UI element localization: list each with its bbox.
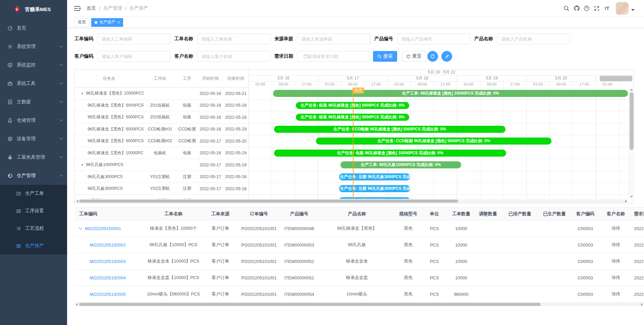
table-row[interactable]: MO202205150003 移液盒盒体【10000】PCS客户订单 PO202… — [74, 253, 644, 270]
workorder-name-input[interactable] — [197, 34, 270, 44]
sidebar-item-production[interactable]: 生产管理 — [0, 166, 67, 185]
gantt-hour: 17:00 — [573, 82, 596, 88]
source-doc-input[interactable] — [297, 34, 370, 44]
workorder-link[interactable]: MO202205150001 — [85, 226, 121, 231]
gantt-bar-workorder[interactable]: 生产工单: 96孔孔板10000PCS 完成比例: 0% — [340, 161, 461, 168]
customer-name-input[interactable] — [197, 51, 270, 62]
workorder-code-input[interactable] — [97, 34, 170, 44]
gantt-task-row[interactable]: 96孔孔板3000PCS Y03注塑机 注塑 2022-05-17 2022-0… — [75, 195, 249, 199]
sidebar-item-system-monitor[interactable]: 系统监控 — [0, 56, 67, 74]
sidebar-item-home[interactable]: 首页 — [0, 19, 67, 37]
scroll-right-icon[interactable] — [641, 303, 643, 306]
search-icon[interactable] — [561, 3, 572, 13]
table-hscroll-thumb[interactable] — [79, 303, 541, 306]
breadcrumb-home[interactable]: 首页 — [87, 5, 96, 11]
product-code-input[interactable] — [397, 34, 470, 44]
gantt-task-row[interactable]: 96孔移液盒【黑色】5000PCS CCD检测#02 CCD检测 2022-05… — [75, 135, 249, 147]
sidebar-item-production-scheduling[interactable]: 生产排产 — [0, 237, 67, 255]
edit-circle-button[interactable] — [441, 51, 452, 62]
close-icon[interactable]: × — [117, 20, 120, 24]
gantt-task-row[interactable]: 96孔孔板3000PCS Y02注塑机 注塑 2022-05-17 2022-0… — [75, 183, 249, 195]
sidebar-item-system-tools[interactable]: 系统工具 — [0, 74, 67, 93]
monitor-icon — [7, 62, 13, 68]
gantt-task-row[interactable]: ▼96孔移液盒【黑色】10000PCS 2022-05-16 2022-05-2… — [75, 88, 249, 100]
table-row[interactable]: MO202205150001 移液盒【黑色】10000个客户订单 PO20220… — [74, 220, 644, 237]
table-horizontal-scrollbar[interactable] — [74, 303, 644, 306]
sidebar-collapse-icon[interactable] — [74, 6, 80, 11]
brand[interactable]: 苦糖果MES — [0, 0, 67, 19]
search-button[interactable]: 搜索 — [373, 51, 397, 62]
scroll-up-icon[interactable] — [630, 89, 633, 91]
avatar-caret-icon[interactable] — [631, 9, 635, 11]
gantt-vertical-scrollbar[interactable] — [629, 88, 634, 199]
row-expand-icon[interactable] — [78, 226, 82, 229]
customer-code-input[interactable] — [97, 51, 170, 62]
sidebar-item-process-flow[interactable]: 工艺流程 — [0, 220, 67, 237]
gantt-task-row[interactable]: 96孔移液盒【黑色】5000PCS Z01组装机 组装 2022-05-16 2… — [75, 100, 249, 112]
gantt-bar-task-selected[interactable]: 生产任务: 注塑 96孔孔板3000PCS 完成比例: 0% — [339, 173, 410, 180]
gantt-bar-row: 生产任务: CCD检测 96孔移液盒 [黑色] 5000PCS 完成比例: 0% — [249, 135, 629, 147]
expand-triangle-icon[interactable]: ▼ — [81, 163, 84, 167]
sidebar-item-system-admin[interactable]: 系统管理 — [0, 37, 67, 56]
gantt-bar-task[interactable]: 生产任务: 组装 96孔移液盒 [黑色] 5000PCS 完成比例: 0% — [296, 114, 409, 121]
workorder-link[interactable]: MO202205150003 — [79, 259, 126, 264]
refresh-circle-button[interactable] — [427, 51, 438, 62]
gantt-task-row[interactable]: 96孔移液盒【黑色】5000PCS CCD检测#01 CCD检测 2022-05… — [75, 123, 249, 136]
gantt-task-row[interactable]: 96孔孔板3000PCS Y01注塑机 注塑 2022-05-17 2022-0… — [75, 171, 249, 183]
gantt-bar-task-selected[interactable]: 生产任务: 注塑 96孔孔板3000PCS 完成比例: 0% — [339, 185, 410, 192]
reset-button[interactable]: 重置 — [402, 51, 426, 62]
github-icon[interactable] — [572, 3, 582, 13]
col-workorder-name: 工单名称 — [146, 208, 201, 220]
sidebar-item-fixtures[interactable]: 工装夹具管理 — [0, 148, 67, 166]
sidebar-item-master-data[interactable]: 主数据 — [0, 93, 67, 111]
col-workorder-source: 工单来源 — [201, 208, 240, 220]
help-icon[interactable] — [582, 3, 592, 13]
gantt-header-scroll-thumb[interactable] — [600, 76, 632, 81]
table-row[interactable]: MO202205150005 10mm吸头【960000】PCS客户订单 PO2… — [74, 286, 644, 303]
scroll-right-icon[interactable] — [625, 200, 627, 203]
breadcrumb-production[interactable]: 生产管理 — [103, 5, 122, 11]
refresh-icon — [430, 54, 435, 59]
gantt-bar-task[interactable]: 生产任务: 包装 96孔移液盒 [黑色] 10000PCS 完成比例: 0% — [274, 150, 506, 157]
sidebar-item-process-settings[interactable]: 工序设置 — [0, 202, 67, 220]
workorder-link[interactable]: MO202205150004 — [79, 275, 126, 280]
gantt-timeline-header: 5月 16 - 5月 22 5月 16 5月 17 5月 18 5月 19 5月… — [249, 69, 634, 88]
gantt-horizontal-scrollbar[interactable] — [75, 199, 628, 203]
workorder-link[interactable]: MO202205150002 — [79, 242, 126, 248]
gantt-bar-task[interactable]: 生产任务: CCD检测 96孔移液盒 [黑色] 5000PCS 完成比例: 0% — [316, 138, 551, 145]
sidebar-item-equipment[interactable]: 设备管理 — [0, 129, 67, 148]
sidebar-item-production-workorder[interactable]: 生产工单 — [0, 185, 67, 202]
sidebar-item-label: 工艺流程 — [25, 225, 44, 231]
workorder-link[interactable]: MO202205150005 — [79, 292, 126, 297]
gantt-bar-task[interactable]: 生产任务: 组装 96孔移液盒 [黑色] 5000PCS 完成比例: 0% — [296, 102, 409, 109]
scroll-left-icon[interactable] — [76, 200, 78, 203]
chevron-down-icon — [60, 81, 63, 85]
gantt-col-start: 开始时间 — [198, 69, 223, 88]
font-size-icon[interactable]: TT — [602, 6, 612, 11]
gantt-bar-label: 生产任务: CCD检测 96孔移液盒 [黑色] 5000PCS 完成比例: 0% — [333, 126, 446, 132]
product-name-input[interactable] — [497, 34, 570, 44]
gantt-task-row[interactable]: 96孔移液盒【黑色】5000PCS Z02组装机 组装 2022-05-16 2… — [75, 111, 249, 123]
tab-production-scheduling[interactable]: 生产排产 × — [91, 18, 123, 27]
sidebar-item-warehouse[interactable]: 仓储管理 — [0, 111, 67, 129]
fullscreen-icon[interactable] — [592, 3, 602, 13]
gantt-bar-task[interactable]: 生产任务: CCD检测 96孔移液盒 [黑色] 5000PCS 完成比例: 0% — [274, 126, 506, 133]
task-station: Y03注塑机 — [144, 195, 176, 199]
table-row[interactable]: MO202205150002 96孔孔板【10000】PCS客户订单 PO202… — [74, 237, 644, 253]
avatar[interactable] — [616, 2, 629, 15]
tab-home[interactable]: 首页 — [74, 18, 89, 27]
expand-triangle-icon[interactable]: ▼ — [81, 92, 84, 95]
gantt-bar-workorder[interactable]: 生产工单: 96孔移液盒 [黑色] 10000PCS 完成比例: 0% — [273, 90, 628, 97]
scroll-down-icon[interactable] — [630, 196, 633, 198]
task-station: Z01组装机 — [144, 100, 176, 112]
gantt-vscroll-thumb[interactable] — [630, 92, 634, 150]
scroll-left-icon[interactable] — [76, 303, 77, 306]
sidebar-item-label: 生产排产 — [25, 243, 44, 249]
gantt-task-row[interactable]: 96孔移液盒【黑色】10000PCS 包装机 包装 2022-05-16 202… — [75, 147, 249, 159]
active-tab-dot-icon — [95, 21, 97, 24]
gantt-task-row[interactable]: ▼96孔孔板10000PCS 2022-05-17 2022-05-19 — [75, 159, 249, 171]
chevron-down-icon — [60, 137, 63, 140]
table-row[interactable]: MO202205150004 移液盒盒盖【10000】PCS客户订单 PO202… — [74, 270, 644, 286]
gantt-hscroll-thumb[interactable] — [79, 200, 458, 203]
gantt-bar-task-selected[interactable]: 生产任务: 注塑 96孔孔板3000PCS 完成比例: 0% — [339, 197, 410, 199]
